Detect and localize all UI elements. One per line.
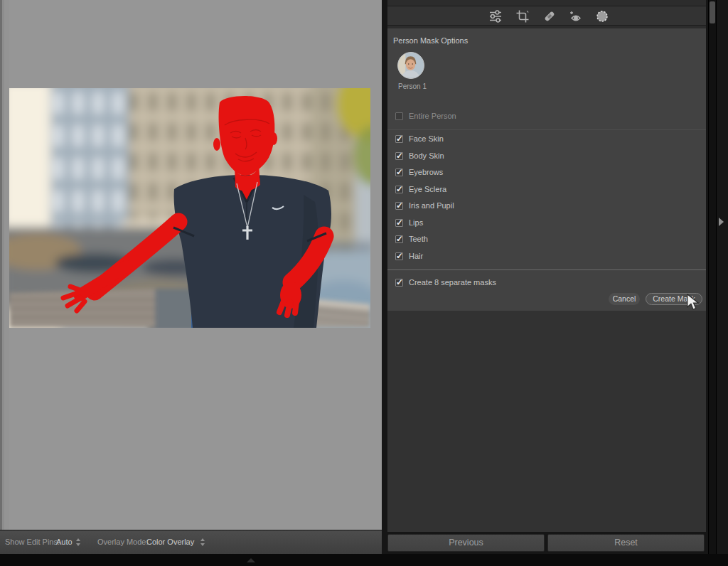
checkbox-checked-icon[interactable] — [395, 235, 403, 243]
crop-icon[interactable] — [515, 9, 530, 23]
person-avatar-image — [398, 53, 423, 78]
footer-divider — [387, 269, 706, 270]
section-divider — [387, 129, 706, 130]
overlay-mode-dropdown-icon[interactable] — [200, 538, 205, 546]
checkbox-checked-icon[interactable] — [395, 279, 403, 287]
right-panel-area: Person Mask Options Person 1 Entire Pers… — [382, 0, 728, 554]
checkbox-checked-icon[interactable] — [395, 252, 403, 260]
show-edit-pins-dropdown-icon[interactable] — [75, 538, 81, 546]
photo-preview[interactable] — [9, 88, 370, 328]
panel-scrollbar-thumb[interactable] — [710, 1, 715, 23]
cancel-button[interactable]: Cancel — [609, 293, 640, 305]
edit-sliders-icon[interactable] — [488, 9, 503, 23]
previous-button[interactable]: Previous — [387, 534, 545, 552]
create-separate-masks-option[interactable]: Create 8 separate masks — [387, 278, 706, 290]
mask-option-body-skin[interactable]: Body Skin — [387, 151, 706, 164]
checkbox-checked-icon[interactable] — [395, 219, 403, 227]
checkbox-checked-icon[interactable] — [395, 135, 403, 143]
lightroom-develop-window: Show Edit Pins: Auto Overlay Mode: Color… — [0, 0, 728, 566]
person-name: Person 1 — [398, 82, 427, 90]
show-edit-pins-value[interactable]: Auto — [56, 538, 73, 546]
panel-scrollbar[interactable] — [708, 0, 717, 554]
mask-option-lips[interactable]: Lips — [387, 218, 706, 230]
red-eye-icon[interactable] — [569, 9, 583, 23]
develop-tool-strip — [387, 6, 706, 26]
create-mask-button[interactable]: Create Mask — [646, 293, 702, 305]
person-mask-options-panel: Person Mask Options Person 1 Entire Pers… — [387, 28, 706, 311]
mask-option-face-skin[interactable]: Face Skin — [387, 134, 706, 146]
right-panel-reveal-icon[interactable] — [719, 218, 724, 226]
checkbox-checked-icon[interactable] — [395, 152, 403, 160]
filmstrip-collapsed-bar — [0, 554, 728, 566]
person-avatar[interactable] — [397, 52, 424, 79]
mask-option-teeth[interactable]: Teeth — [387, 235, 706, 247]
mask-option-eye-sclera[interactable]: Eye Sclera — [387, 185, 706, 197]
canvas-toolbar: Show Edit Pins: Auto Overlay Mode: Color… — [0, 530, 382, 554]
photo-with-person-mask — [9, 88, 370, 328]
filmstrip-reveal-icon[interactable] — [247, 558, 255, 562]
checkbox-checked-icon[interactable] — [395, 169, 403, 176]
entire-person-label: Entire Person — [409, 112, 456, 120]
mask-option-eyebrows[interactable]: Eyebrows — [387, 168, 706, 180]
mask-option-iris-and-pupil[interactable]: Iris and Pupil — [387, 201, 706, 213]
checkbox-unchecked-icon[interactable] — [395, 112, 403, 120]
masking-icon[interactable] — [595, 9, 609, 23]
panel-empty-area — [387, 311, 706, 532]
overlay-mode-value[interactable]: Color Overlay — [146, 538, 194, 546]
entire-person-option[interactable]: Entire Person — [387, 112, 706, 124]
show-edit-pins-label: Show Edit Pins: — [5, 538, 60, 546]
healing-brush-icon[interactable] — [542, 9, 557, 23]
checkbox-checked-icon[interactable] — [395, 186, 403, 193]
image-canvas[interactable] — [0, 0, 382, 530]
panel-title: Person Mask Options — [393, 36, 468, 45]
canvas-left-edge — [0, 0, 9, 530]
checkbox-checked-icon[interactable] — [395, 202, 403, 210]
reset-button[interactable]: Reset — [547, 534, 705, 552]
mask-option-hair[interactable]: Hair — [387, 252, 706, 264]
overlay-mode-label: Overlay Mode: — [97, 538, 149, 546]
